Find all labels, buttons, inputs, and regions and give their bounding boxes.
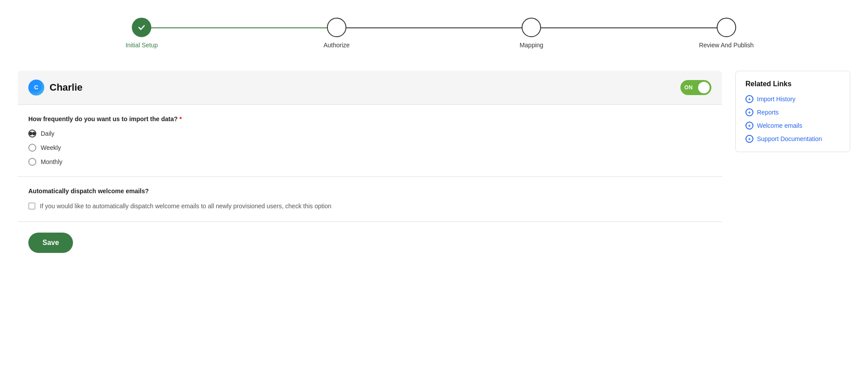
frequency-section: How frequently do you want us to import … <box>18 104 722 176</box>
toggle-knob <box>698 82 710 93</box>
sidebar-link-label-reports: Reports <box>757 109 779 116</box>
radio-circle-monthly <box>28 158 36 166</box>
radio-label-daily: Daily <box>41 130 54 137</box>
step-initial-setup[interactable]: Initial Setup <box>44 18 239 49</box>
step-circle-4 <box>717 18 736 37</box>
radio-monthly[interactable]: Monthly <box>28 158 711 166</box>
step-review-publish[interactable]: Review And Publish <box>629 18 824 49</box>
card-title: Charlie <box>50 82 83 93</box>
welcome-emails-checkbox-row: If you would like to automatically dispa… <box>28 202 711 211</box>
step-mapping[interactable]: Mapping <box>434 18 629 49</box>
welcome-emails-description: If you would like to automatically dispa… <box>40 202 331 211</box>
sidebar-link-welcome-emails[interactable]: + Welcome emails <box>745 122 840 130</box>
sidebar-link-label-support-documentation: Support Documentation <box>757 135 822 142</box>
welcome-emails-question: Automatically dispatch welcome emails? <box>28 187 711 195</box>
frequency-question: How frequently do you want us to import … <box>28 115 711 122</box>
sidebar-link-label-welcome-emails: Welcome emails <box>757 122 802 129</box>
welcome-emails-checkbox[interactable] <box>28 203 35 210</box>
step-label-1: Initial Setup <box>126 42 158 49</box>
sidebar-link-label-import-history: Import History <box>757 96 795 103</box>
radio-weekly[interactable]: Weekly <box>28 144 711 152</box>
required-indicator: * <box>180 115 182 122</box>
radio-circle-weekly <box>28 144 36 152</box>
svg-text:C: C <box>34 84 38 91</box>
charlie-logo: C <box>28 80 44 96</box>
charlie-card: C Charlie ON How frequently do you wa <box>18 71 722 264</box>
link-icon-reports: + <box>745 108 753 116</box>
sidebar-links-list: + Import History + Reports + Welcome ema… <box>745 95 840 143</box>
toggle-track: ON <box>680 80 711 95</box>
link-icon-support-documentation: + <box>745 135 753 143</box>
toggle-wrapper[interactable]: ON <box>680 80 711 95</box>
save-button[interactable]: Save <box>28 233 73 253</box>
link-icon-welcome-emails: + <box>745 122 753 130</box>
step-label-2: Authorize <box>323 42 350 49</box>
step-circle-3 <box>522 18 541 37</box>
radio-label-monthly: Monthly <box>41 158 62 165</box>
sidebar-link-import-history[interactable]: + Import History <box>745 95 840 103</box>
sidebar-link-reports[interactable]: + Reports <box>745 108 840 116</box>
step-label-4: Review And Publish <box>699 42 754 49</box>
toggle-on-label: ON <box>684 84 693 91</box>
link-icon-import-history: + <box>745 95 753 103</box>
step-label-3: Mapping <box>519 42 543 49</box>
welcome-emails-section: Automatically dispatch welcome emails? I… <box>18 176 722 222</box>
sidebar-title: Related Links <box>745 80 840 88</box>
step-circle-1 <box>132 18 151 37</box>
save-section: Save <box>18 222 722 264</box>
step-authorize[interactable]: Authorize <box>239 18 434 49</box>
card-header: C Charlie ON <box>18 71 722 104</box>
frequency-radio-group: Daily Weekly Monthly <box>28 130 711 166</box>
card-header-left: C Charlie <box>28 80 83 96</box>
sidebar-link-support-documentation[interactable]: + Support Documentation <box>745 135 840 143</box>
main-content: C Charlie ON How frequently do you wa <box>18 71 850 264</box>
radio-daily[interactable]: Daily <box>28 130 711 138</box>
related-links-sidebar: Related Links + Import History + Reports… <box>735 71 850 152</box>
stepper: Initial Setup Authorize Mapping Review A… <box>18 13 850 53</box>
step-circle-2 <box>327 18 346 37</box>
toggle-switch[interactable]: ON <box>680 80 711 95</box>
radio-circle-daily <box>28 130 36 138</box>
radio-label-weekly: Weekly <box>41 144 61 151</box>
